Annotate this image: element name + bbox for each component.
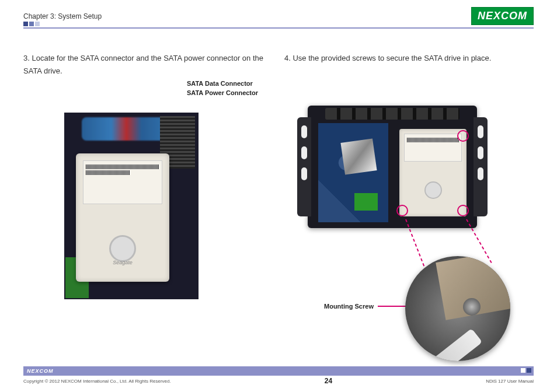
hdd2-spindle xyxy=(424,181,442,199)
footer-line: Copyright © 2012 NEXCOM International Co… xyxy=(23,377,534,385)
right-column: 4. Use the provided screws to secure the… xyxy=(284,52,534,311)
zoom-detail-circle xyxy=(405,256,510,361)
step-3-body: Locate for the SATA connector and the SA… xyxy=(23,54,263,75)
chassis-ear-right xyxy=(474,117,488,216)
step-3-text: 3. Locate for the SATA connector and the… xyxy=(23,52,273,78)
rear-ports xyxy=(325,108,459,120)
footer-bar: NEXCOM xyxy=(23,366,534,376)
green-chip xyxy=(354,193,378,211)
footer-logo: NEXCOM xyxy=(27,368,54,374)
hdd2-illustration xyxy=(399,129,467,216)
hdd-label-sticker xyxy=(83,160,162,204)
chassis-ear-left xyxy=(297,117,311,216)
header-decor-squares xyxy=(23,22,40,26)
figure-2-wrap xyxy=(308,106,495,234)
footer-decor-squares xyxy=(521,368,531,373)
figure-1-photo: Seagate xyxy=(64,113,199,299)
step-4-body: Use the provided screws to secure the SA… xyxy=(293,54,491,62)
page-number: 24 xyxy=(325,377,332,385)
figure-1-wrap: Seagate xyxy=(64,113,228,311)
step-4-num: 4. xyxy=(284,54,291,62)
screw-highlight-1 xyxy=(457,130,469,142)
screwdriver xyxy=(405,328,482,361)
screw-head xyxy=(463,298,481,316)
chassis-illustration xyxy=(308,106,477,228)
step-3-num: 3. xyxy=(23,54,30,62)
copyright-text: Copyright © 2012 NEXCOM International Co… xyxy=(23,379,171,384)
header-rule xyxy=(23,27,534,29)
hdd-brand: Seagate xyxy=(76,260,169,265)
left-column: 3. Locate for the SATA connector and the… xyxy=(23,52,273,311)
hdd-spindle xyxy=(109,235,136,262)
sata-data-label: SATA Data Connector xyxy=(187,80,258,87)
screw-highlight-2 xyxy=(457,205,469,216)
sata-power-label: SATA Power Connector xyxy=(187,89,258,96)
mounting-screw-label: Mounting Screw xyxy=(324,303,374,310)
content-area: 3. Locate for the SATA connector and the… xyxy=(0,29,557,311)
connector-labels: SATA Data Connector SATA Power Connector xyxy=(187,80,258,99)
hdd-illustration: Seagate xyxy=(76,153,169,282)
manual-name: NDiS 127 User Manual xyxy=(486,379,534,384)
brand-logo: NEXCOM xyxy=(471,7,534,25)
page-header: Chapter 3: System Setup NEXCOM xyxy=(0,0,557,27)
hdd2-label xyxy=(404,134,462,162)
chapter-title: Chapter 3: System Setup xyxy=(23,12,102,20)
foil-shield xyxy=(340,139,377,175)
step-4-text: 4. Use the provided screws to secure the… xyxy=(284,52,534,65)
screw-highlight-3 xyxy=(396,205,408,216)
